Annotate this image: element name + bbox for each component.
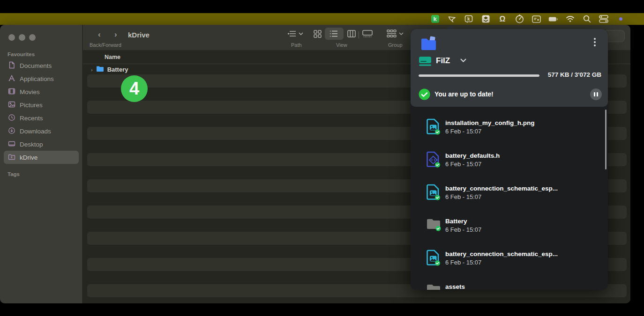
sidebar-item-label: Recents bbox=[20, 115, 43, 122]
sidebar-item-label: Pictures bbox=[20, 102, 43, 109]
kdrive-folder-icon: k bbox=[8, 153, 15, 162]
synced-file-item[interactable]: assets bbox=[411, 282, 608, 290]
popup-menu-button[interactable] bbox=[589, 37, 600, 48]
zoom-window-button[interactable] bbox=[29, 34, 36, 41]
expand-chevron-icon[interactable]: › bbox=[91, 67, 93, 73]
desktop: kkΩ Favourites DocumentsApplicationsMovi… bbox=[0, 0, 644, 316]
kdrive-popup: FilZ 577 KB / 3'072 GB You are up to dat… bbox=[411, 29, 608, 290]
group-caption: Group bbox=[388, 42, 403, 48]
clock-icon bbox=[8, 114, 15, 123]
storage-progress-fill bbox=[419, 74, 539, 77]
sidebar-item-documents[interactable]: Documents bbox=[4, 59, 79, 72]
storage-progress-bar bbox=[419, 74, 539, 77]
menu-bar: kkΩ bbox=[0, 13, 644, 25]
group-button[interactable] bbox=[387, 29, 404, 40]
wifi-menubar-icon[interactable] bbox=[565, 15, 575, 24]
sidebar-item-label: kDrive bbox=[20, 154, 37, 161]
view-columns-button[interactable] bbox=[347, 30, 356, 39]
chevron-down-icon[interactable] bbox=[460, 57, 466, 64]
sync-status-text: You are up to date! bbox=[434, 90, 494, 98]
minimize-window-button[interactable] bbox=[19, 34, 25, 41]
sidebar-item-label: Desktop bbox=[20, 141, 43, 148]
synced-file-name: battery_connection_schematic_esp... bbox=[445, 250, 558, 257]
synced-file-date: 6 Feb - 15:07 bbox=[445, 259, 481, 266]
document-icon bbox=[8, 61, 15, 70]
kchat-menubar-icon[interactable]: k bbox=[464, 15, 473, 24]
calendar-menubar-icon[interactable] bbox=[532, 15, 541, 24]
synced-file-item[interactable]: battery_defaults.h6 Feb - 15:07 bbox=[411, 151, 608, 179]
synced-file-name: installation_my_config_h.png bbox=[445, 119, 535, 126]
synced-file-date: 6 Feb - 15:07 bbox=[445, 128, 481, 135]
synced-file-date: 6 Feb - 15:07 bbox=[445, 193, 481, 200]
sidebar-item-label: Applications bbox=[20, 75, 54, 82]
pause-sync-button[interactable] bbox=[590, 88, 602, 100]
up-to-date-check-icon bbox=[419, 88, 430, 102]
synced-file-name: battery_connection_schematic_esp... bbox=[445, 185, 558, 192]
drive-icon bbox=[419, 56, 432, 69]
column-header-name[interactable]: Name bbox=[105, 54, 120, 60]
path-button[interactable] bbox=[288, 29, 304, 40]
view-gallery-button[interactable] bbox=[362, 30, 373, 39]
timer-menubar-icon[interactable] bbox=[515, 15, 524, 24]
popup-scrollbar[interactable] bbox=[605, 110, 607, 169]
synced-file-name: assets bbox=[445, 283, 465, 290]
sidebar-tags-header: Tags bbox=[7, 171, 20, 177]
menubar-status-tray: kkΩ bbox=[430, 13, 625, 25]
control-center-menubar-icon[interactable] bbox=[599, 15, 608, 24]
sidebar-item-label: Documents bbox=[20, 62, 52, 69]
folder-file-icon bbox=[426, 217, 442, 233]
synced-file-name: battery_defaults.h bbox=[445, 152, 500, 159]
window-controls bbox=[8, 34, 36, 41]
code-file-icon bbox=[426, 151, 441, 169]
storage-usage-text: 577 KB / 3'072 GB bbox=[548, 71, 601, 78]
applications-icon bbox=[8, 74, 15, 83]
file-row-label: Battery bbox=[107, 66, 128, 73]
finder-sidebar: Favourites DocumentsApplicationsMoviesPi… bbox=[0, 25, 82, 303]
desktop-icon bbox=[8, 140, 15, 149]
sidebar-items: DocumentsApplicationsMoviesPicturesRecen… bbox=[4, 59, 79, 164]
sidebar-item-kdrive[interactable]: kkDrive bbox=[4, 151, 79, 164]
image-file-icon bbox=[426, 118, 441, 137]
back-button[interactable]: ‹ bbox=[98, 30, 101, 39]
drive-selector[interactable]: FilZ bbox=[436, 56, 450, 66]
folder-icon bbox=[96, 66, 104, 73]
svg-text:k: k bbox=[11, 155, 13, 159]
synced-file-item[interactable]: Battery6 Feb - 15:07 bbox=[411, 217, 608, 245]
synced-files-list: installation_my_config_h.png6 Feb - 15:0… bbox=[411, 107, 608, 290]
synced-file-item[interactable]: installation_my_config_h.png6 Feb - 15:0… bbox=[411, 118, 608, 147]
battery-menubar-icon[interactable] bbox=[548, 15, 558, 24]
sidebar-item-desktop[interactable]: Desktop bbox=[4, 138, 79, 151]
image-file-icon bbox=[426, 250, 441, 268]
sidebar-favourites-header: Favourites bbox=[7, 51, 35, 57]
sidebar-item-label: Downloads bbox=[20, 128, 51, 135]
sidebar-item-downloads[interactable]: Downloads bbox=[4, 125, 79, 138]
view-list-button[interactable] bbox=[329, 30, 338, 39]
synced-file-item[interactable]: battery_connection_schematic_esp...6 Feb… bbox=[411, 250, 608, 278]
sidebar-item-pictures[interactable]: Pictures bbox=[4, 98, 79, 111]
window-title: kDrive bbox=[128, 31, 150, 39]
sidebar-item-recents[interactable]: Recents bbox=[4, 111, 79, 125]
kdrive-menubar-icon[interactable]: k bbox=[430, 15, 440, 24]
popup-header: FilZ 577 KB / 3'072 GB You are up to dat… bbox=[411, 29, 608, 107]
view-grid-button[interactable] bbox=[314, 30, 322, 40]
sidebar-item-movies[interactable]: Movies bbox=[4, 85, 79, 98]
svg-text:k: k bbox=[467, 16, 470, 22]
synced-file-date: 6 Feb - 15:07 bbox=[445, 161, 481, 168]
pennant-menubar-icon[interactable] bbox=[447, 15, 457, 24]
download-icon bbox=[8, 127, 15, 136]
path-caption: Path bbox=[291, 42, 302, 48]
layers-menubar-icon[interactable] bbox=[481, 15, 490, 24]
sidebar-item-applications[interactable]: Applications bbox=[4, 72, 79, 85]
synced-file-date: 6 Feb - 15:07 bbox=[445, 226, 481, 233]
path-icon bbox=[288, 29, 304, 38]
photo-icon bbox=[8, 101, 15, 110]
annotation-badge-4: 4 bbox=[121, 75, 148, 102]
synced-file-item[interactable]: battery_connection_schematic_esp...6 Feb… bbox=[411, 184, 608, 212]
spotlight-menubar-icon[interactable] bbox=[582, 15, 592, 24]
omega-menubar-icon[interactable]: Ω bbox=[498, 15, 507, 24]
view-caption: View bbox=[336, 42, 347, 48]
close-window-button[interactable] bbox=[8, 34, 15, 41]
back-forward-caption: Back/Forward bbox=[90, 42, 121, 48]
image-file-icon bbox=[426, 184, 441, 202]
forward-button[interactable]: › bbox=[114, 30, 117, 39]
